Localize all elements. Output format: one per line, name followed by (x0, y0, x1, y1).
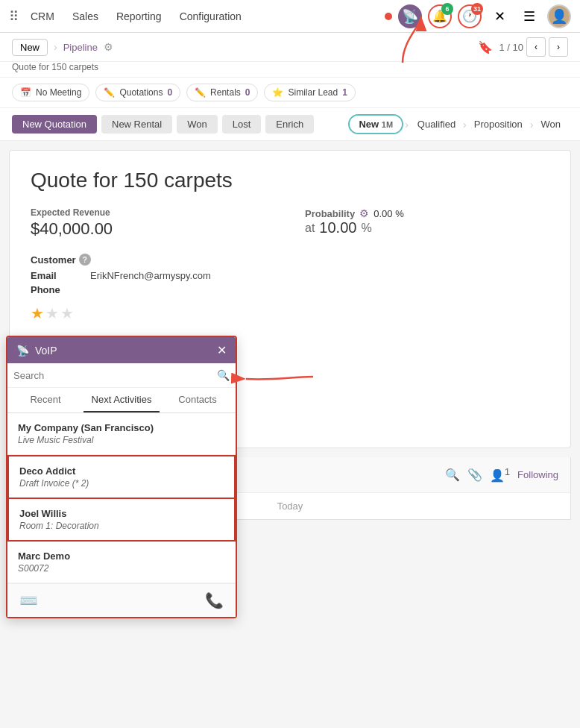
quotations-pill[interactable]: ✏️ Quotations 0 (95, 84, 180, 101)
stage-won-button[interactable]: Won (534, 116, 569, 133)
voip-list-item[interactable]: Marc Demo S00072 (7, 542, 236, 583)
stage-proposition-button[interactable]: Proposition (467, 116, 530, 133)
customer-help-icon[interactable]: ? (79, 254, 91, 266)
notifications-badge: 6 (441, 3, 453, 15)
voip-item-name: Joel Willis (19, 508, 224, 519)
breadcrumb-subtitle: Quote for 150 carpets (0, 62, 580, 78)
prev-page-button[interactable]: ‹ (526, 37, 546, 57)
stage-qualified-button[interactable]: Qualified (410, 116, 463, 133)
page-indicator: 1 / 10 (499, 42, 523, 53)
following-button[interactable]: Following (517, 469, 558, 480)
voip-close-button[interactable]: ✕ (217, 343, 227, 357)
top-navigation: ⠿ CRM Sales Reporting Configuration 📡 🔔 … (0, 0, 580, 33)
breadcrumb-gear-icon[interactable]: ⚙ (104, 41, 113, 53)
lost-button[interactable]: Lost (222, 115, 262, 134)
email-row: Email ErikNFrench@armyspy.com (31, 270, 549, 281)
voip-list: My Company (San Francisco) Live Music Fe… (7, 413, 236, 583)
voip-item-name: Deco Addict (19, 465, 224, 477)
star-2[interactable]: ★ (45, 304, 59, 322)
star-1[interactable]: ★ (31, 304, 44, 322)
probability-gear-icon[interactable]: ⚙ (359, 207, 369, 219)
messages-icon[interactable]: 🕐 31 (458, 4, 482, 28)
email-value: ErikNFrench@armyspy.com (90, 270, 211, 281)
bookmark-icon[interactable]: 🔖 (478, 40, 493, 54)
new-quotation-button[interactable]: New Quotation (12, 115, 97, 134)
new-rental-button[interactable]: New Rental (101, 115, 172, 134)
rentals-icon: ✏️ (195, 87, 206, 98)
stage-bar: New Quotation New Rental Won Lost Enrich… (0, 108, 580, 141)
voip-panel: 📡 VoIP ✕ 🔍 Recent Next Activities Contac… (6, 336, 237, 618)
similar-lead-pill[interactable]: ⭐ Similar Lead 1 (264, 84, 355, 101)
chatter-icons: 🔍 📎 👤1 Following (445, 466, 558, 483)
menu-sales[interactable]: Sales (72, 10, 98, 22)
voip-tab-recent[interactable]: Recent (7, 388, 83, 412)
voip-list-item[interactable]: Joel Willis Room 1: Decoration (7, 499, 236, 542)
breadcrumb-right: 🔖 1 / 10 ‹ › (478, 37, 568, 57)
voip-search-input[interactable] (13, 370, 212, 381)
voip-header: 📡 VoIP ✕ (7, 337, 236, 363)
star-3[interactable]: ★ (60, 304, 74, 322)
voip-list-item[interactable]: My Company (San Francisco) Live Music Fe… (7, 413, 236, 455)
topnav-right: 📡 🔔 6 🕐 31 ✕ ☰ 👤 (385, 4, 571, 28)
similar-lead-count: 1 (342, 87, 347, 98)
voip-tabs: Recent Next Activities Contacts (7, 388, 236, 413)
voip-tab-contacts[interactable]: Contacts (160, 388, 236, 412)
quotations-label: Quotations (119, 87, 163, 98)
keyboard-icon[interactable]: ⌨️ (19, 592, 38, 609)
voip-item-sub: S00072 (18, 563, 225, 574)
no-meeting-label: No Meeting (36, 87, 81, 98)
similar-lead-label: Similar Lead (288, 87, 338, 98)
search-icon[interactable]: 🔍 (445, 468, 460, 482)
voip-icon-button[interactable]: 📡 (398, 4, 422, 28)
voip-tab-next-activities[interactable]: Next Activities (83, 388, 160, 412)
search-icon: 🔍 (217, 369, 230, 381)
voip-item-sub: Room 1: Decoration (19, 521, 224, 531)
probability-row: Probability ⚙ 0.00 % (305, 207, 549, 219)
close-icon[interactable]: ✕ (488, 4, 511, 28)
status-dot (385, 13, 392, 20)
phone-icon[interactable]: 📞 (205, 592, 224, 609)
at-row: at 10.00 % (305, 219, 549, 236)
voip-item-sub: Draft Invoice (* 2) (19, 478, 224, 489)
attachment-icon[interactable]: 📎 (467, 468, 482, 482)
at-suffix: % (361, 222, 371, 235)
voip-item-sub: Live Music Festival (18, 435, 225, 445)
main-menu: CRM Sales Reporting Configuration (31, 10, 385, 22)
menu-crm[interactable]: CRM (31, 10, 54, 22)
avatar[interactable]: 👤 (547, 4, 571, 28)
menu-configuration[interactable]: Configuration (180, 10, 242, 22)
enrich-button[interactable]: Enrich (265, 115, 314, 134)
messages-badge: 31 (471, 3, 483, 15)
rentals-pill[interactable]: ✏️ Rentals 0 (186, 84, 258, 101)
phone-row: Phone (31, 284, 549, 295)
notifications-icon[interactable]: 🔔 6 (428, 4, 452, 28)
menu-icon[interactable]: ☰ (517, 4, 541, 28)
star-icon: ⭐ (272, 87, 283, 98)
no-meeting-pill[interactable]: 📅 No Meeting (12, 84, 89, 101)
voip-list-item[interactable]: Deco Addict Draft Invoice (* 2) (7, 455, 236, 499)
voip-item-name: Marc Demo (18, 550, 225, 562)
customer-label-row: Customer ? (31, 254, 549, 266)
expected-revenue-label: Expected Revenue (31, 207, 275, 218)
voip-header-icon: 📡 (16, 345, 29, 357)
won-button[interactable]: Won (177, 115, 218, 134)
voip-item-name: My Company (San Francisco) (18, 422, 225, 433)
revenue-probability-row: Expected Revenue $40,000.00 Probability … (31, 207, 549, 239)
stage-new-button[interactable]: New 1M (350, 116, 402, 133)
rentals-label: Rentals (210, 87, 241, 98)
expected-revenue-value[interactable]: $40,000.00 (31, 219, 275, 239)
at-value[interactable]: 10.00 (319, 219, 356, 236)
next-page-button[interactable]: › (549, 37, 568, 57)
apps-grid-icon[interactable]: ⠿ (9, 8, 19, 25)
voip-search-bar: 🔍 (7, 363, 236, 388)
probability-value: 0.00 % (373, 208, 404, 219)
phone-label: Phone (31, 284, 90, 295)
new-button[interactable]: New (12, 39, 48, 56)
follower-icon[interactable]: 👤1 (490, 466, 510, 483)
expected-revenue-group: Expected Revenue $40,000.00 (31, 207, 275, 239)
rentals-count: 0 (245, 87, 250, 98)
action-bar: 📅 No Meeting ✏️ Quotations 0 ✏️ Rentals … (0, 78, 580, 108)
voip-footer: ⌨️ 📞 (7, 583, 236, 617)
menu-reporting[interactable]: Reporting (116, 10, 162, 22)
breadcrumb-pipeline[interactable]: Pipeline (63, 42, 98, 53)
